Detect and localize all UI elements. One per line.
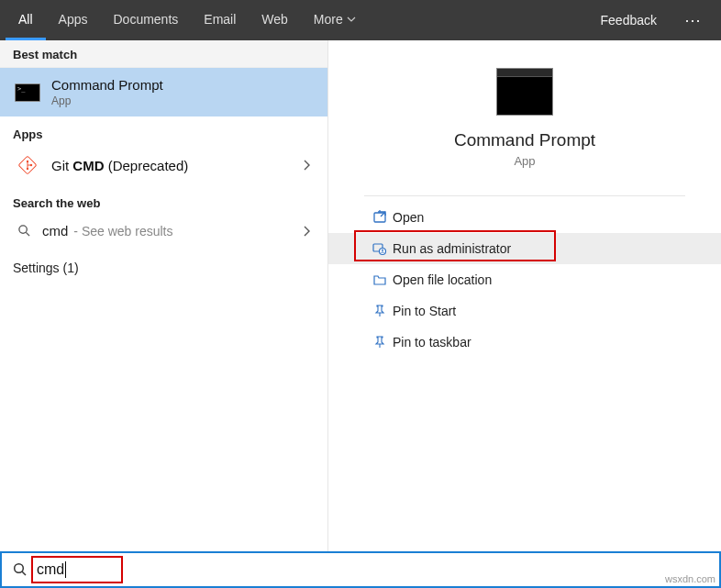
tab-email[interactable]: Email bbox=[191, 0, 249, 40]
pin-icon bbox=[367, 304, 393, 318]
command-prompt-large-icon bbox=[496, 68, 553, 116]
tab-all[interactable]: All bbox=[6, 0, 46, 40]
settings-results[interactable]: Settings (1) bbox=[0, 248, 327, 288]
chevron-right-icon bbox=[298, 225, 315, 238]
action-pin-to-taskbar[interactable]: Pin to taskbar bbox=[328, 327, 721, 358]
action-pin-to-start[interactable]: Pin to Start bbox=[328, 295, 721, 327]
web-result-cmd[interactable]: cmd - See web results bbox=[0, 214, 327, 248]
tab-apps[interactable]: Apps bbox=[46, 0, 101, 40]
tab-web[interactable]: Web bbox=[249, 0, 301, 40]
chevron-right-icon bbox=[298, 159, 315, 172]
result-title: Command Prompt bbox=[51, 77, 315, 93]
result-subtitle: App bbox=[51, 94, 315, 107]
annotation-highlight bbox=[31, 556, 123, 583]
results-list: Best match Command Prompt App Apps bbox=[0, 40, 328, 551]
svg-point-10 bbox=[15, 564, 24, 573]
action-open[interactable]: Open bbox=[328, 202, 721, 233]
search-tab-bar: All Apps Documents Email Web More Feedba… bbox=[0, 0, 721, 40]
apps-item-git-cmd[interactable]: Git CMD (Deprecated) bbox=[0, 145, 327, 185]
apps-header: Apps bbox=[0, 116, 327, 145]
svg-line-11 bbox=[22, 571, 26, 575]
svg-line-5 bbox=[26, 232, 29, 236]
search-icon bbox=[13, 224, 35, 238]
search-icon bbox=[13, 562, 28, 577]
web-query: cmd bbox=[42, 223, 68, 239]
command-prompt-icon bbox=[13, 82, 42, 104]
divider bbox=[364, 195, 686, 196]
detail-subtitle: App bbox=[514, 154, 535, 168]
feedback-link[interactable]: Feedback bbox=[586, 0, 671, 40]
git-icon bbox=[13, 154, 42, 176]
watermark: wsxdn.com bbox=[665, 573, 715, 584]
tab-documents[interactable]: Documents bbox=[100, 0, 191, 40]
best-match-command-prompt[interactable]: Command Prompt App bbox=[0, 68, 327, 116]
svg-point-4 bbox=[18, 226, 26, 233]
annotation-highlight bbox=[354, 230, 556, 261]
chevron-down-icon bbox=[347, 15, 356, 24]
action-run-as-administrator[interactable]: Run as administrator bbox=[328, 233, 721, 264]
detail-title: Command Prompt bbox=[454, 130, 595, 150]
action-open-file-location[interactable]: Open file location bbox=[328, 264, 721, 295]
open-icon bbox=[367, 210, 393, 225]
web-hint: - See web results bbox=[73, 224, 172, 239]
best-match-header: Best match bbox=[0, 40, 327, 68]
search-results-area: Best match Command Prompt App Apps bbox=[0, 40, 721, 551]
more-options-button[interactable]: ⋯ bbox=[671, 0, 715, 40]
folder-icon bbox=[367, 272, 393, 287]
tab-more[interactable]: More bbox=[301, 0, 369, 40]
detail-pane: Command Prompt App Open Run as administr… bbox=[328, 40, 721, 551]
result-title: Git CMD (Deprecated) bbox=[51, 158, 298, 173]
search-web-header: Search the web bbox=[0, 185, 327, 214]
search-input-bar[interactable]: cmd bbox=[0, 551, 721, 588]
pin-icon bbox=[367, 335, 393, 349]
action-list: Open Run as administrator Open file loca… bbox=[328, 202, 721, 358]
